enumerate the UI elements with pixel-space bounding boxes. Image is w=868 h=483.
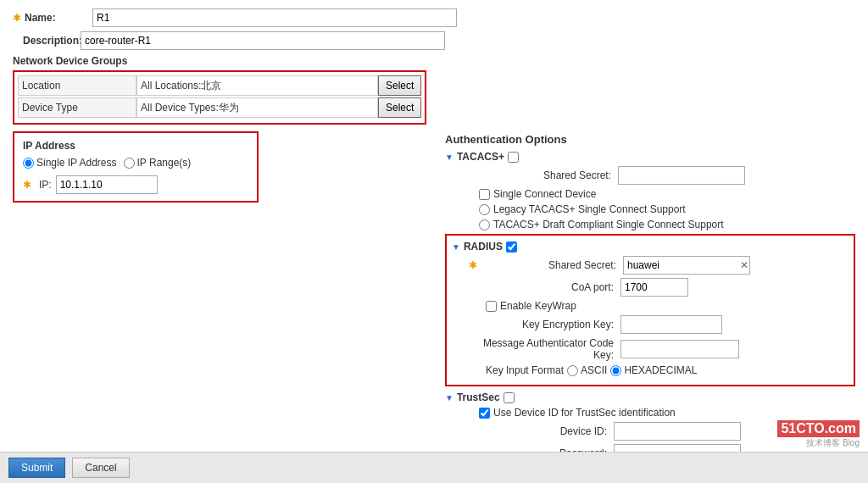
radius-coa-input[interactable] [620,278,688,297]
desc-row: Description: [13,31,855,50]
tacacs-collapse-row: ▼ TACACS+ [445,151,855,163]
trustsec-device-id-input[interactable] [614,422,741,441]
radius-checkbox[interactable] [506,242,517,253]
tacacs-draft-row: TACACS+ Draft Compliant Single Connect S… [462,219,855,230]
radius-collapse-row: ▼ RADIUS [452,241,849,253]
radius-ascii-radio[interactable] [567,365,578,376]
radio-single-ip[interactable]: Single IP Address [23,157,117,169]
two-col-layout: IP Address Single IP Address IP Range(s)… [13,131,855,466]
trustsec-use-device-id-checkbox[interactable] [479,408,490,419]
radius-shared-secret-row: ✱ Shared Secret: ✕ [469,256,849,275]
radius-label: RADIUS [464,241,503,253]
tacacs-label: TACACS+ [457,151,504,163]
trustsec-collapse-row: ▼ TrustSec [445,391,855,403]
trustsec-use-device-id-row: Use Device ID for TrustSec identificatio… [462,407,855,419]
radio-single-ip-label: Single IP Address [36,157,117,169]
radius-keywrap-label: Enable KeyWrap [500,300,576,312]
ndg-section-title: Network Device Groups [13,55,855,67]
tacacs-single-connect-checkbox[interactable] [479,189,490,200]
ndg-label-devicetype: Device Type [18,97,136,118]
ndg-row-location: Location All Locations:北京 Select [18,75,421,96]
ip-label: IP: [39,179,52,191]
required-star-ip: ✱ [23,179,31,191]
ip-box: IP Address Single IP Address IP Range(s)… [13,131,259,203]
tacacs-draft-radio[interactable] [479,219,490,230]
radius-keyenc-row: Key Encryption Key: [469,315,849,334]
radius-ascii-label: ASCII [581,364,607,376]
radio-single-ip-input[interactable] [23,158,34,169]
tacacs-legacy-radio[interactable] [479,204,490,215]
watermark: 51CTO.com 技术博客 Blog [777,420,860,449]
trustsec-use-device-id-label: Use Device ID for TrustSec identificatio… [493,407,676,419]
tacacs-single-connect-label: Single Connect Device [493,188,596,200]
radius-hex-radio-label[interactable]: HEXADECIMAL [610,364,697,376]
name-row: ✱ Name: [13,8,855,27]
radius-box: ▼ RADIUS ✱ Shared Secret: ✕ CoA port: [445,234,855,386]
radius-mac-row: Message Authenticator Code Key: [469,337,849,361]
required-star-name: ✱ [13,12,21,24]
ip-field-row: ✱ IP: [23,175,248,194]
radius-mac-input[interactable] [620,340,739,358]
ip-radio-row: Single IP Address IP Range(s) [23,157,248,169]
trustsec-checkbox[interactable] [504,392,515,403]
radius-coa-label: CoA port: [469,281,617,293]
ndg-value-devicetype: All Device Types:华为 [136,97,378,118]
radius-key-format-label: Key Input Format [486,364,564,376]
ndg-select-devicetype-button[interactable]: Select [378,97,421,118]
cancel-button[interactable]: Cancel [72,458,129,478]
tacacs-content: Shared Secret: Single Connect Device Leg… [445,166,855,230]
trustsec-device-id-label: Device ID: [462,425,610,437]
ip-section-title: IP Address [23,140,248,152]
submit-button[interactable]: Submit [8,458,65,478]
radius-content: ✱ Shared Secret: ✕ CoA port: Enable Key [452,256,849,376]
tacacs-shared-secret-row: Shared Secret: [462,166,855,185]
radio-ip-range-input[interactable] [124,158,135,169]
trustsec-collapse-arrow[interactable]: ▼ [445,393,453,402]
radius-coa-row: CoA port: [469,278,849,297]
radius-ascii-radio-label[interactable]: ASCII [567,364,607,376]
tacacs-checkbox[interactable] [508,152,519,163]
ip-input[interactable] [56,175,158,194]
radius-required-star: ✱ [469,259,477,271]
tacacs-draft-label: TACACS+ Draft Compliant Single Connect S… [493,219,724,230]
tacacs-legacy-row: Legacy TACACS+ Single Connect Support [462,203,855,215]
desc-label: Description: [13,35,81,47]
name-label: Name: [25,12,92,24]
tacacs-section: ▼ TACACS+ Shared Secret: Single Connect … [445,151,855,230]
radius-keyenc-input[interactable] [620,315,722,334]
ndg-row-devicetype: Device Type All Device Types:华为 Select [18,97,421,118]
desc-input[interactable] [81,31,445,50]
radius-keywrap-checkbox[interactable] [486,301,497,312]
watermark-bottom: 技术博客 Blog [777,437,860,449]
main-form: ✱ Name: Description: Network Device Grou… [0,0,868,483]
tacacs-shared-secret-label: Shared Secret: [462,169,615,181]
auth-section-title: Authentication Options [445,133,855,146]
left-col: IP Address Single IP Address IP Range(s)… [13,131,428,209]
radius-shared-secret-wrap: ✕ [623,256,750,275]
trustsec-label: TrustSec [457,391,500,403]
ndg-value-location: All Locations:北京 [136,75,378,96]
radius-hex-label: HEXADECIMAL [624,364,697,376]
radius-shared-secret-clear-button[interactable]: ✕ [740,259,748,271]
watermark-top: 51CTO.com [777,420,860,437]
right-col: Authentication Options ▼ TACACS+ Shared … [445,131,855,466]
ndg-label-location: Location [18,75,136,96]
tacacs-shared-secret-input[interactable] [618,166,745,185]
radius-keywrap-row: Enable KeyWrap [469,300,849,312]
bottom-bar: Submit Cancel [0,452,868,483]
ndg-select-location-button[interactable]: Select [378,75,421,96]
radius-shared-secret-label: Shared Secret: [484,259,620,271]
radius-key-format-row: Key Input Format ASCII HEXADECIMAL [469,364,849,376]
radio-ip-range-label: IP Range(s) [137,157,192,169]
radius-hex-radio[interactable] [610,365,621,376]
radio-ip-range[interactable]: IP Range(s) [124,157,192,169]
radius-collapse-arrow[interactable]: ▼ [452,242,460,252]
radius-keyenc-label: Key Encryption Key: [469,319,617,330]
tacacs-legacy-label: Legacy TACACS+ Single Connect Support [493,203,686,215]
tacacs-collapse-arrow[interactable]: ▼ [445,153,453,162]
radius-shared-secret-input[interactable] [623,256,750,275]
tacacs-single-connect-row: Single Connect Device [462,188,855,200]
radius-mac-label: Message Authenticator Code Key: [469,337,617,361]
name-input[interactable] [92,8,457,27]
ndg-box: Location All Locations:北京 Select Device … [13,70,426,125]
